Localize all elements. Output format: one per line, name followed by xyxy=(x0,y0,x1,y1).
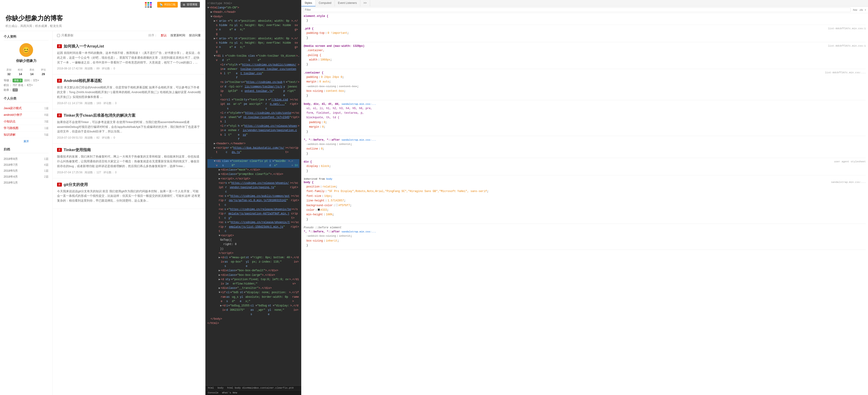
html-line-head[interactable]: ▶<head>…</head> xyxy=(208,10,299,14)
html-line-bdsug[interactable]: ▶<div id="bdSug_1535530623375" class="bd… xyxy=(208,304,299,317)
sidebar-item-label-java: Java设计模式 xyxy=(4,106,22,110)
archive-item-apr[interactable]: 2018年4月 2篇 xyxy=(4,174,49,180)
filter-input-styles[interactable] xyxy=(303,7,851,12)
article-title-2[interactable]: Tinker关于clean后准基包消失的解决方案 xyxy=(64,113,135,118)
devtools-bottom-bar: Console What's New xyxy=(206,390,301,395)
article-badge-0: 原 xyxy=(57,44,62,48)
html-line-script-gotop-inline[interactable]: ▼<script> xyxy=(208,234,299,238)
style-rule-pt0-padding: padding-top : 0 !important; xyxy=(304,31,866,35)
html-line-link-icon[interactable]: <link rel="stylesheet" href="https://csd… xyxy=(208,111,299,124)
html-line-mainbox-selected[interactable]: ▼<div class="container clearfix pt0" id=… xyxy=(208,159,299,168)
html-line-link-css[interactable]: <link rel="stylesheet" href="https://csd… xyxy=(208,63,299,80)
html-line-div-gotop[interactable]: ▶<div class="meau-gotop-box" style="righ… xyxy=(208,255,299,269)
tab-computed[interactable]: Computed xyxy=(316,0,335,6)
original-checkbox[interactable] xyxy=(57,34,60,37)
html-line-html[interactable]: ▼<html lang="zh-CN"> xyxy=(208,6,299,10)
html-line-script-gotop[interactable]: <script src="https://csdnimg.cn/public/c… xyxy=(208,194,299,207)
style-rule-container-webkit-box: -webkit-box-sizing : content-box; xyxy=(304,84,866,89)
filter-tag-plus[interactable]: + xyxy=(865,8,866,11)
filter-tag-cls[interactable]: .cls xyxy=(859,8,863,11)
tab-event-listeners[interactable]: Event Listeners xyxy=(335,0,360,6)
style-source-body[interactable]: sandalstrap.min.css:... xyxy=(831,181,866,184)
avatar: 😊 xyxy=(20,43,33,57)
console-label[interactable]: Console xyxy=(208,391,218,394)
article-title-3[interactable]: Tinker使用指南 xyxy=(64,147,91,153)
html-line-svg2[interactable]: ▶<svg aria-hidden="true" style="position… xyxy=(208,36,299,54)
html-line-box-default[interactable]: ▶<div class="box-box-default">…</div> xyxy=(208,269,299,273)
article-badge-1: 原 xyxy=(57,79,62,83)
html-line-body[interactable]: ▼<body> xyxy=(208,14,299,19)
style-rule-media-container: .container, xyxy=(304,48,866,53)
breadcrumb-mainbox[interactable]: html body div#mainBox.container.clearfix… xyxy=(227,387,293,389)
assist-row: 助章： 🛡 xyxy=(4,88,49,92)
sidebar-item-android[interactable]: android小例子 8篇 xyxy=(4,112,49,118)
breadcrumb-body[interactable]: body xyxy=(217,387,223,389)
html-line-script-b[interactable]: <script class="toolbar-s" type="text/jav… xyxy=(208,98,299,111)
style-selector-div-ua: div { xyxy=(304,160,312,163)
article-title-1[interactable]: Android相机屏幕适配 xyxy=(64,78,102,83)
article-meta-1: 2018-07-11 14:17:56 阅读数： 183 评论数： 0 xyxy=(57,101,201,105)
style-source-pt0[interactable]: list-8dcbff267c.min.css:1 xyxy=(828,27,866,31)
tab-more[interactable]: >> xyxy=(360,0,370,6)
html-line-script-toolbar[interactable]: <script id="toolbar-tpl-scriptId" src="h… xyxy=(208,80,299,98)
html-line-promptbox[interactable]: ▶<div class="promptBox clearfix">…</div> xyxy=(208,172,299,177)
whatsnew-label[interactable]: What's New xyxy=(222,391,237,394)
manage-button[interactable]: ⚙ 管理博客 xyxy=(181,2,200,7)
filter-original[interactable]: 只看原创 xyxy=(57,33,73,37)
html-line-script-paging[interactable]: <script src="https://csdnimg.cn/release/… xyxy=(208,181,299,194)
html-line-transltor[interactable]: ▶<div class="__transltor">…</div> xyxy=(208,286,299,291)
html-line-div-fixed[interactable]: ▶<div style="position:fixed; top:0; left… xyxy=(208,277,299,286)
blog-body: 个人资料 😊 你缺少想象力 原创 粉丝 喜欢 评论 32 14 14 29 等级… xyxy=(0,31,205,395)
style-rule-bd-blockquote: blockquote, th, td { xyxy=(304,115,866,120)
article-meta-2: 2018-07-10 09:51:53 阅读数： 82 评论数： 0 xyxy=(57,136,201,140)
style-source-media[interactable]: list-8dcbff267c.min.css:1 xyxy=(828,44,866,48)
archive-item-may[interactable]: 2018年5月 1篇 xyxy=(4,168,49,174)
article-title-4[interactable]: git分支的使用 xyxy=(64,182,88,187)
html-line-script-pagination[interactable]: <script src="https://csdnimg.cn/release/… xyxy=(208,207,299,220)
html-tree[interactable]: <!doctype html> ▼<html lang="zh-CN"> ▶<h… xyxy=(206,0,301,386)
html-line-script1[interactable]: ▶<script>…</script> xyxy=(208,177,299,181)
comments-count: 29 xyxy=(38,72,49,76)
breadcrumb-html[interactable]: html xyxy=(208,387,214,389)
style-source-container[interactable]: list-8dcbff267c.min.css:... xyxy=(825,71,866,75)
html-line-script-ds[interactable]: ▶<script src="https://dup.baidustatic.co… xyxy=(208,146,299,155)
sidebar-item-knowledge[interactable]: 知识讲解 5篇 xyxy=(4,131,49,138)
sidebar-item-roadmap[interactable]: 学习路线图 1篇 xyxy=(4,125,49,131)
rss-button[interactable]: 📡 RSS订阅 xyxy=(157,2,178,7)
article-title-0[interactable]: 如何插入一个ArrayList xyxy=(64,43,104,49)
tab-styles[interactable]: Styles xyxy=(302,0,316,6)
sidebar-item-count-tips: 3篇 xyxy=(44,120,49,124)
sidebar-item-java[interactable]: Java设计模式 1篇 xyxy=(4,105,49,112)
inherited-from-body[interactable]: body xyxy=(326,178,332,180)
html-line-header[interactable]: ▶<header>…</header> xyxy=(208,142,299,146)
sort-default[interactable]: 默认 xyxy=(161,33,167,37)
archive-count-aug: 1篇 xyxy=(44,157,49,161)
archive-item-jan[interactable]: 2018年1月 xyxy=(4,180,49,186)
html-line-mask[interactable]: ▶<div class="mask">…</div> xyxy=(208,168,299,172)
filter-tag-hov[interactable]: :hov xyxy=(852,8,857,11)
inherited-from-label: Inherited from body xyxy=(304,178,866,180)
style-selector-pt0: .pt0 { xyxy=(304,27,313,30)
html-line-link-page[interactable]: <link rel="stylesheet" href="https://csd… xyxy=(208,124,299,142)
article-read-label-0: 阅读数： xyxy=(85,67,96,70)
article-title-row-0: 原 如何插入一个ArrayList xyxy=(57,43,201,49)
html-line-script-close: </script> xyxy=(208,251,299,255)
html-line-svg1[interactable]: ▶<svg aria-hidden="true" style="position… xyxy=(208,19,299,36)
style-rule-body-close: } xyxy=(304,217,866,222)
archive-item-jul[interactable]: 2018年7月 4篇 xyxy=(4,162,49,168)
style-selector-star: *, *::before, *::after sandalstrap.min.c… xyxy=(304,139,376,142)
html-line-iframe[interactable]: ▼<iframe class="bdSug_sd" style="display… xyxy=(208,291,299,304)
html-line-csdn-toolbar[interactable]: ▼<div id="csdn-toolbar" class="csdn-tool… xyxy=(208,54,299,63)
sidebar-item-tips[interactable]: 小知识点 3篇 xyxy=(4,118,49,125)
archive-label-jan: 2018年1月 xyxy=(4,181,18,185)
sidebar-item-label-knowledge: 知识讲解 xyxy=(4,133,16,137)
html-line-gotop-right: right: 8 xyxy=(208,242,299,247)
sort-by-time[interactable]: 按更新时间 xyxy=(170,33,185,37)
sort-by-views[interactable]: 按访问量 xyxy=(189,33,201,37)
devtools-styles-panel: Styles Computed Event Listeners >> :hov … xyxy=(301,0,868,395)
archive-item-aug[interactable]: 2018年8月 1篇 xyxy=(4,156,49,162)
expand-button[interactable]: 展开 xyxy=(4,138,49,145)
html-line-script-list[interactable]: <script src="https://csdnimg.cn/release/… xyxy=(208,220,299,234)
style-selector-media: @media screen and (max-width: 1320px) xyxy=(304,44,364,48)
html-line-box-large[interactable]: ▶<div class="box-box-large">…</div> xyxy=(208,273,299,277)
